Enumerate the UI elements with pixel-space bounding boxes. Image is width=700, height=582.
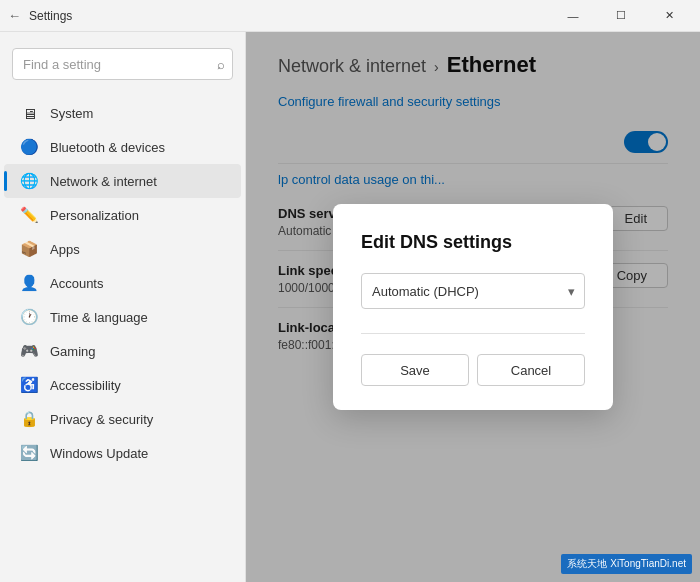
network-icon: 🌐	[20, 172, 38, 190]
sidebar-item-personalization-label: Personalization	[50, 208, 139, 223]
sidebar-item-system[interactable]: 🖥 System	[4, 96, 241, 130]
sidebar-item-network[interactable]: 🌐 Network & internet	[4, 164, 241, 198]
sidebar-item-accessibility-label: Accessibility	[50, 378, 121, 393]
dns-dropdown-wrapper[interactable]: Automatic (DHCP) Manual ▾	[361, 273, 585, 309]
content-area: Network & internet › Ethernet Configure …	[245, 32, 700, 582]
save-button[interactable]: Save	[361, 354, 469, 386]
accessibility-icon: ♿	[20, 376, 38, 394]
sidebar-item-gaming-label: Gaming	[50, 344, 96, 359]
title-bar-title: Settings	[29, 9, 72, 23]
maximize-button[interactable]: ☐	[598, 0, 644, 32]
title-bar-controls: — ☐ ✕	[550, 0, 692, 32]
title-bar-left: ← Settings	[8, 8, 72, 23]
sidebar-item-gaming[interactable]: 🎮 Gaming	[4, 334, 241, 368]
sidebar-item-time-label: Time & language	[50, 310, 148, 325]
watermark: 系统天地 XiTongTianDi.net	[561, 554, 692, 574]
sidebar-item-update[interactable]: 🔄 Windows Update	[4, 436, 241, 470]
sidebar-item-accounts-label: Accounts	[50, 276, 103, 291]
close-button[interactable]: ✕	[646, 0, 692, 32]
sidebar-item-bluetooth[interactable]: 🔵 Bluetooth & devices	[4, 130, 241, 164]
minimize-button[interactable]: —	[550, 0, 596, 32]
dialog-divider	[361, 333, 585, 334]
sidebar: ⌕ 🖥 System 🔵 Bluetooth & devices 🌐 Netwo…	[0, 32, 245, 582]
cancel-button[interactable]: Cancel	[477, 354, 585, 386]
system-icon: 🖥	[20, 104, 38, 122]
sidebar-item-system-label: System	[50, 106, 93, 121]
dialog-overlay: Edit DNS settings Automatic (DHCP) Manua…	[246, 32, 700, 582]
sidebar-item-update-label: Windows Update	[50, 446, 148, 461]
app-body: ⌕ 🖥 System 🔵 Bluetooth & devices 🌐 Netwo…	[0, 32, 700, 582]
update-icon: 🔄	[20, 444, 38, 462]
title-bar: ← Settings — ☐ ✕	[0, 0, 700, 32]
back-icon[interactable]: ←	[8, 8, 21, 23]
sidebar-item-network-label: Network & internet	[50, 174, 157, 189]
search-input[interactable]	[12, 48, 233, 80]
sidebar-item-time[interactable]: 🕐 Time & language	[4, 300, 241, 334]
sidebar-item-personalization[interactable]: ✏️ Personalization	[4, 198, 241, 232]
search-icon: ⌕	[217, 57, 225, 72]
sidebar-item-bluetooth-label: Bluetooth & devices	[50, 140, 165, 155]
accounts-icon: 👤	[20, 274, 38, 292]
time-icon: 🕐	[20, 308, 38, 326]
sidebar-item-accounts[interactable]: 👤 Accounts	[4, 266, 241, 300]
gaming-icon: 🎮	[20, 342, 38, 360]
personalization-icon: ✏️	[20, 206, 38, 224]
sidebar-item-privacy[interactable]: 🔒 Privacy & security	[4, 402, 241, 436]
dns-mode-select[interactable]: Automatic (DHCP) Manual	[361, 273, 585, 309]
sidebar-item-privacy-label: Privacy & security	[50, 412, 153, 427]
sidebar-item-apps-label: Apps	[50, 242, 80, 257]
dialog-title: Edit DNS settings	[361, 232, 585, 253]
apps-icon: 📦	[20, 240, 38, 258]
bluetooth-icon: 🔵	[20, 138, 38, 156]
edit-dns-dialog: Edit DNS settings Automatic (DHCP) Manua…	[333, 204, 613, 410]
privacy-icon: 🔒	[20, 410, 38, 428]
sidebar-item-apps[interactable]: 📦 Apps	[4, 232, 241, 266]
search-box[interactable]: ⌕	[12, 48, 233, 80]
sidebar-item-accessibility[interactable]: ♿ Accessibility	[4, 368, 241, 402]
dialog-buttons: Save Cancel	[361, 354, 585, 386]
